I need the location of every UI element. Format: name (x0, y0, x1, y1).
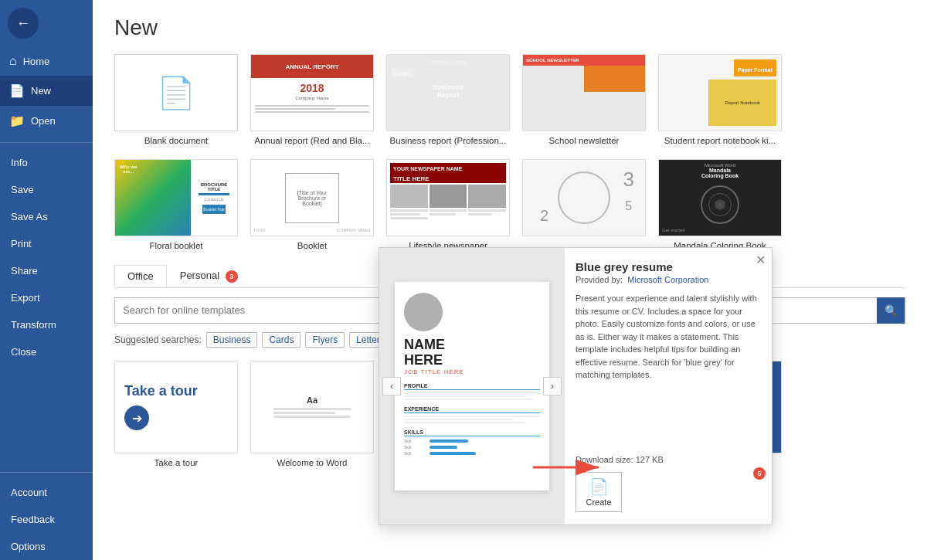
suggested-tag-flyers[interactable]: Flyers (305, 332, 345, 348)
tour-text: Take a tour (124, 383, 198, 399)
modal-preview-pane: ‹ NAMEHERE JOB TITLE HERE PROFILE EXPERI… (379, 248, 565, 524)
modal-close-button[interactable]: ✕ (756, 253, 766, 267)
sidebar-nav-label: Home (23, 56, 50, 67)
modal-title: Blue grey resume (576, 260, 761, 273)
modal-create-badge: 5 (753, 467, 766, 480)
modal-resume-jobtitle: JOB TITLE HERE (404, 368, 464, 375)
back-icon: ← (16, 15, 30, 32)
sidebar-item-share[interactable]: Share (0, 257, 93, 284)
modal-resume-name: NAMEHERE (404, 338, 445, 368)
sidebar-divider (0, 142, 93, 143)
sidebar-item-export[interactable]: Export (0, 284, 93, 311)
sidebar-item-close[interactable]: Close (0, 338, 93, 365)
template-label-floral: Floral booklet (114, 241, 238, 250)
main-content: New 📄 Blank document ANNUAL REPORT 2018 … (93, 0, 927, 560)
modal-download-size: Download size: 127 KB (576, 455, 761, 464)
modal-info-pane: Blue grey resume Provided by: Microsoft … (565, 248, 772, 524)
template-label-annual: Annual report (Red and Bla... (250, 136, 374, 145)
template-item-annual[interactable]: ANNUAL REPORT 2018 Company Name Annual r… (250, 54, 374, 145)
template-thumb-lifestyle: YOUR NEWSPAPER NAME TITLE HERE (386, 159, 510, 236)
sidebar-item-save-as[interactable]: Save As (0, 203, 93, 230)
search-icon: 🔍 (885, 304, 898, 317)
template-thumb-annual: ANNUAL REPORT 2018 Company Name (250, 54, 374, 131)
modal-create-label: Create (586, 497, 611, 507)
sidebar-item-feedback[interactable]: Feedback (0, 506, 93, 533)
suggested-tag-business[interactable]: Business (206, 332, 258, 348)
tab-personal-badge: 3 (226, 270, 238, 283)
back-button[interactable]: ← (8, 8, 39, 39)
template-thumb-mandala: Microsoft Word MandalaColoring Book Get … (658, 159, 782, 236)
sidebar: ← ⌂ Home 📄 New 📁 Open Info Save Save As … (0, 0, 93, 560)
template-item-mandala[interactable]: Microsoft Word MandalaColoring Book Get … (658, 159, 782, 250)
template-thumb-circle: 2 35 (522, 159, 646, 236)
template-thumb-student: Paper Format Report Notebook (658, 54, 782, 131)
sidebar-nav-label: New (31, 85, 51, 97)
tour-arrow-icon: ➔ (124, 406, 149, 430)
modal-prev-button[interactable]: ‹ (382, 377, 401, 395)
tab-personal[interactable]: Personal 3 (167, 264, 251, 288)
template-thumb-tour: Take a tour ➔ (114, 361, 238, 453)
modal-box: ✕ ‹ NAMEHERE JOB TITLE HERE PROFILE EXPE… (379, 247, 772, 525)
mid-templates-grid: Why weare... BROCHURE TITLE Contact Us B… (114, 159, 905, 250)
page-title: New (114, 15, 905, 40)
template-thumb-welcome: Aa (250, 361, 374, 453)
template-thumb-booklet: [Title of YourBrochure orBooklet] [COMPA… (250, 159, 374, 236)
tab-office[interactable]: Office (114, 265, 167, 287)
modal-create-wrap: 📄 Create 5 (576, 472, 761, 512)
template-item-school[interactable]: SCHOOL NEWSLETTER School newsletter (522, 54, 646, 145)
suggested-label: Suggested searches: (114, 334, 202, 345)
blank-doc-icon: 📄 (157, 75, 195, 111)
modal-next-button[interactable]: › (543, 377, 562, 395)
template-item-business[interactable]: Company Name Logo BusinessReport Busines… (386, 54, 510, 145)
template-item-lifestyle[interactable]: YOUR NEWSPAPER NAME TITLE HERE (386, 159, 510, 250)
sidebar-item-save[interactable]: Save (0, 176, 93, 203)
sidebar-item-account[interactable]: Account (0, 479, 93, 506)
template-item-welcome[interactable]: Aa Welcome to Word (250, 361, 374, 467)
template-thumb-floral: Why weare... BROCHURE TITLE Contact Us B… (114, 159, 238, 236)
suggested-tag-cards[interactable]: Cards (262, 332, 301, 348)
sidebar-item-open[interactable]: 📁 Open (0, 106, 93, 136)
template-item-student[interactable]: Paper Format Report Notebook Student rep… (658, 54, 782, 145)
modal-resume-avatar (404, 293, 443, 331)
template-item-circle[interactable]: 2 35 (522, 159, 646, 250)
modal-provider: Provided by: Microsoft Corporation (576, 275, 761, 284)
top-templates-grid: 📄 Blank document ANNUAL REPORT 2018 Comp… (114, 54, 905, 145)
sidebar-item-info[interactable]: Info (0, 149, 93, 176)
template-thumb-blank: 📄 (114, 54, 238, 131)
template-label-tour: Take a tour (114, 458, 238, 467)
template-label-business: Business report (Profession... (386, 136, 510, 145)
new-doc-icon: 📄 (9, 83, 25, 98)
open-folder-icon: 📁 (9, 114, 25, 128)
modal-resume-preview: NAMEHERE JOB TITLE HERE PROFILE EXPERIEN… (395, 282, 549, 490)
search-button[interactable]: 🔍 (877, 297, 905, 324)
sidebar-bottom: Account Feedback Options (0, 472, 93, 560)
template-label-school: School newsletter (522, 136, 646, 145)
sidebar-item-options[interactable]: Options (0, 533, 93, 560)
template-label-student: Student report notebook ki... (658, 136, 782, 145)
create-doc-icon: 📄 (589, 477, 609, 496)
template-item-blank[interactable]: 📄 Blank document (114, 54, 238, 145)
template-item-floral[interactable]: Why weare... BROCHURE TITLE Contact Us B… (114, 159, 238, 250)
modal-provider-link[interactable]: Microsoft Corporation (627, 275, 708, 284)
template-label-welcome: Welcome to Word (250, 458, 374, 467)
sidebar-item-new[interactable]: 📄 New (0, 76, 93, 106)
template-item-booklet[interactable]: [Title of YourBrochure orBooklet] [COMPA… (250, 159, 374, 250)
template-thumb-business: Company Name Logo BusinessReport (386, 54, 510, 131)
template-label-booklet: Booklet (250, 241, 374, 250)
template-item-tour[interactable]: Take a tour ➔ Take a tour (114, 361, 238, 467)
sidebar-item-transform[interactable]: Transform (0, 311, 93, 338)
sidebar-item-print[interactable]: Print (0, 230, 93, 257)
template-label-blank: Blank document (114, 136, 238, 145)
modal-create-button[interactable]: 📄 Create (576, 472, 622, 512)
sidebar-nav-label: Open (31, 115, 56, 127)
template-thumb-school: SCHOOL NEWSLETTER (522, 54, 646, 131)
sidebar-item-home[interactable]: ⌂ Home (0, 46, 93, 76)
home-icon: ⌂ (9, 54, 17, 68)
modal-description: Present your experience and talent styli… (576, 292, 761, 447)
